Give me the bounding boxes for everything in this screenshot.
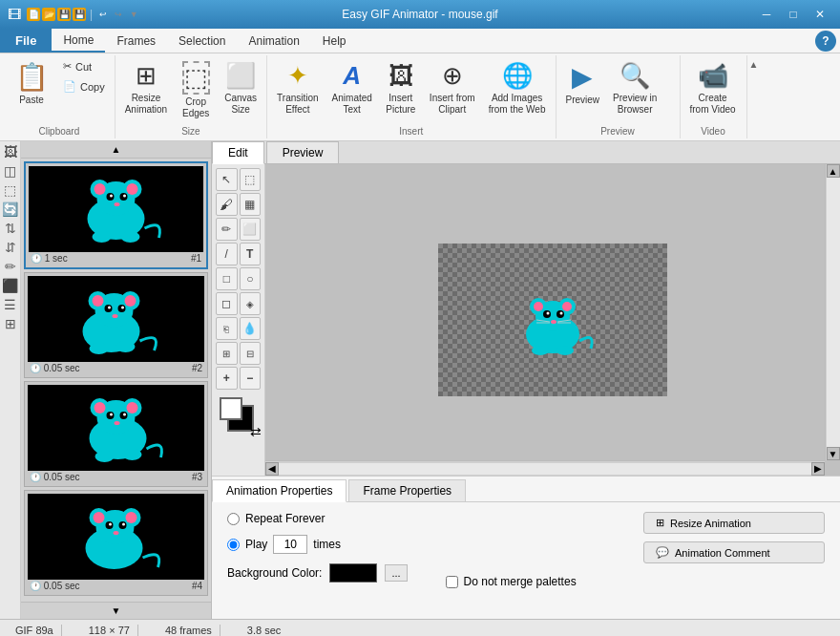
- menu-help[interactable]: Help: [311, 29, 358, 53]
- tool-blur[interactable]: ◈: [240, 292, 262, 315]
- tool-select[interactable]: ↖: [216, 168, 238, 191]
- title-bar-left: 🎞 📄 📂 💾 💾 | ↩ ↪ ▼: [8, 7, 140, 22]
- add-images-web-button[interactable]: 🌐 Add Imagesfrom the Web: [483, 57, 552, 119]
- menu-bar: File Home Frames Selection Animation Hel…: [0, 29, 840, 53]
- tab-animation-props[interactable]: Animation Properties: [212, 479, 346, 502]
- tool-row-2: 🖌 ▦: [216, 193, 261, 216]
- ribbon-collapse[interactable]: ▲: [747, 55, 761, 138]
- toolbar-icon-save[interactable]: 💾: [57, 8, 71, 21]
- menu-animation[interactable]: Animation: [237, 29, 310, 53]
- tool-zoom-out[interactable]: −: [240, 367, 262, 390]
- preview-group: ▶ Preview 🔍 Preview inBrowser Preview: [556, 55, 681, 138]
- sidebar-tool-10[interactable]: ⊞: [2, 315, 19, 332]
- sidebar-tool-5[interactable]: ⇅: [2, 220, 19, 237]
- animated-text-button[interactable]: A AnimatedText: [326, 57, 378, 119]
- svg-point-38: [123, 413, 126, 416]
- toolbar-icon-dropdown[interactable]: ▼: [127, 8, 140, 21]
- toolbar-icon-redo[interactable]: ↪: [112, 8, 125, 21]
- frame-item-1[interactable]: 🕐 1 sec #1: [24, 161, 208, 269]
- bg-color-row: Background Color: ...: [227, 563, 408, 583]
- repeat-forever-radio[interactable]: [227, 513, 240, 525]
- maximize-button[interactable]: □: [781, 5, 806, 24]
- svg-point-20: [125, 295, 136, 307]
- sidebar-tool-9[interactable]: ☰: [2, 296, 19, 313]
- tool-roundrect[interactable]: ◻: [216, 292, 238, 315]
- sidebar-tool-8[interactable]: ⬛: [2, 277, 19, 294]
- resize-animation-props-btn[interactable]: ⊞ Resize Animation: [643, 512, 825, 534]
- bg-color-box[interactable]: [329, 563, 377, 583]
- sidebar-tool-3[interactable]: ⬚: [2, 181, 19, 199]
- scroll-up-btn[interactable]: ▲: [827, 164, 840, 178]
- sidebar-tool-6[interactable]: ⇵: [2, 239, 19, 256]
- frame-scroll-down[interactable]: ▼: [21, 602, 211, 619]
- menu-home[interactable]: Home: [52, 29, 105, 53]
- paste-button[interactable]: 📋 Paste: [8, 57, 55, 110]
- sidebar-tool-7[interactable]: ✏: [2, 258, 19, 275]
- scroll-left-btn[interactable]: ◀: [265, 462, 279, 476]
- close-button[interactable]: ✕: [808, 5, 832, 24]
- horizontal-scrollbar[interactable]: ◀ ▶: [265, 460, 825, 476]
- tool-oval[interactable]: ○: [240, 267, 262, 290]
- tab-preview[interactable]: Preview: [266, 141, 340, 163]
- menu-file[interactable]: File: [0, 29, 52, 53]
- sidebar-tool-2[interactable]: ◫: [2, 162, 19, 180]
- window-title: Easy GIF Animator - mouse.gif: [342, 8, 497, 21]
- toolbar-icon-new[interactable]: 📄: [27, 8, 40, 21]
- tool-rect[interactable]: □: [216, 267, 238, 290]
- toolbar-icon-undo[interactable]: ↩: [96, 8, 110, 21]
- scroll-right-btn[interactable]: ▶: [811, 462, 825, 476]
- insert-picture-button[interactable]: 🖼 InsertPicture: [380, 57, 422, 119]
- frame-2-num: #2: [192, 363, 202, 373]
- svg-point-40: [95, 451, 115, 462]
- menu-selection[interactable]: Selection: [167, 29, 237, 53]
- minimize-button[interactable]: ─: [754, 5, 779, 24]
- tool-colorpick[interactable]: 💧: [240, 317, 262, 340]
- play-radio[interactable]: [227, 539, 240, 551]
- play-count-input[interactable]: [273, 535, 307, 554]
- canvas-size-button[interactable]: ⬜ CanvasSize: [219, 57, 262, 119]
- frame-item-2[interactable]: 🕐 0.05 sec #2: [24, 272, 208, 378]
- preview-button[interactable]: ▶ Preview: [560, 57, 606, 110]
- resize-animation-button[interactable]: ⊞ ResizeAnimation: [119, 57, 173, 119]
- tool-fill[interactable]: ▦: [240, 193, 262, 216]
- frame-item-4[interactable]: 🕐 0.05 sec #4: [24, 490, 208, 596]
- tool-pencil[interactable]: ✏: [216, 218, 238, 241]
- canvas-scroll-area[interactable]: ▲ ▼ ◀ ▶: [265, 164, 840, 476]
- sidebar-tool-1[interactable]: 🖼: [2, 143, 19, 160]
- toolbar-icon-open[interactable]: 📂: [42, 8, 55, 21]
- tool-text[interactable]: T: [240, 243, 262, 265]
- no-merge-checkbox[interactable]: [446, 576, 458, 588]
- menu-frames[interactable]: Frames: [105, 29, 167, 53]
- animation-comment-btn[interactable]: 💬 Animation Comment: [643, 541, 825, 563]
- tool-replace-color[interactable]: ⊞: [216, 342, 238, 365]
- transition-icon: ✦: [287, 61, 308, 91]
- insert-clipart-button[interactable]: ⊕ Insert fromClipart: [424, 57, 481, 119]
- tool-special[interactable]: ⊟: [240, 342, 262, 365]
- preview-browser-button[interactable]: 🔍 Preview inBrowser: [607, 57, 662, 119]
- tab-frame-props[interactable]: Frame Properties: [348, 479, 466, 501]
- transition-effect-button[interactable]: ✦ TransitionEffect: [271, 57, 325, 119]
- crop-edges-button[interactable]: ⬚ CropEdges: [175, 57, 217, 123]
- vertical-scrollbar[interactable]: ▲ ▼: [825, 164, 840, 460]
- tool-marquee[interactable]: ⬚: [240, 168, 262, 191]
- sidebar-tool-4[interactable]: 🔄: [2, 201, 19, 218]
- frame-scroll-up[interactable]: ▲: [21, 141, 211, 159]
- scroll-down-btn[interactable]: ▼: [827, 447, 840, 460]
- tab-edit[interactable]: Edit: [212, 141, 264, 164]
- tool-zoom-in[interactable]: +: [216, 367, 238, 390]
- bg-color-picker-btn[interactable]: ...: [385, 564, 407, 582]
- frame-item-3[interactable]: 🕐 0.05 sec #3: [24, 381, 208, 487]
- copy-button[interactable]: 📄 Copy: [57, 77, 111, 95]
- help-icon[interactable]: ?: [815, 31, 836, 52]
- cut-button[interactable]: ✂ Cut: [57, 57, 111, 75]
- tool-clone[interactable]: ⎗: [216, 317, 238, 340]
- swap-colors[interactable]: ⇄: [250, 424, 262, 439]
- times-label: times: [313, 538, 341, 551]
- toolbar-icon-save2[interactable]: 💾: [73, 8, 86, 21]
- fg-color-swatch[interactable]: [220, 397, 242, 420]
- create-video-button[interactable]: 📹 Createfrom Video: [684, 57, 742, 119]
- svg-point-13: [121, 231, 140, 243]
- tool-line[interactable]: /: [216, 243, 238, 265]
- tool-eraser[interactable]: ⬜: [240, 218, 262, 241]
- tool-paint[interactable]: 🖌: [216, 193, 238, 216]
